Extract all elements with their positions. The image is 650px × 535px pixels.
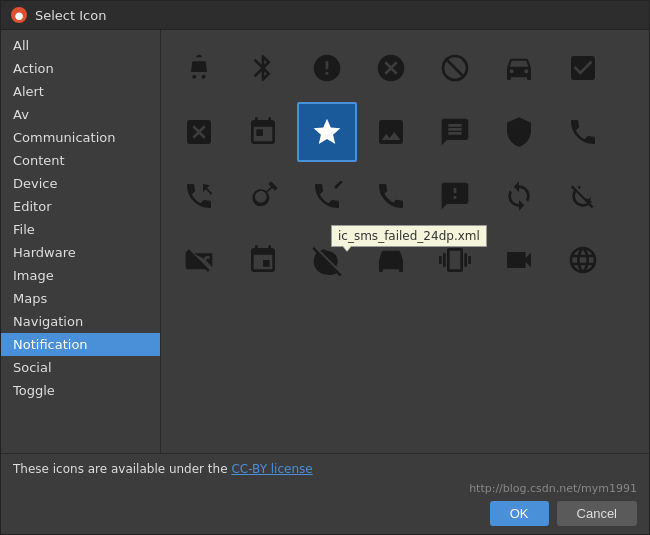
cancel-button[interactable]: Cancel: [557, 501, 637, 526]
svg-line-1: [446, 59, 465, 78]
sidebar-item-toggle[interactable]: Toggle: [1, 379, 160, 402]
icon-cell[interactable]: [425, 38, 485, 98]
icon-cell[interactable]: [489, 38, 549, 98]
sidebar-item-social[interactable]: Social: [1, 356, 160, 379]
sidebar-item-notification[interactable]: Notification: [1, 333, 160, 356]
sidebar-item-content[interactable]: Content: [1, 149, 160, 172]
license-prefix: These icons are available under the: [13, 462, 231, 476]
sidebar-item-image[interactable]: Image: [1, 264, 160, 287]
icon-cell[interactable]: [425, 230, 485, 290]
icon-cell[interactable]: [553, 230, 613, 290]
icon-cell[interactable]: [169, 230, 229, 290]
sidebar-item-navigation[interactable]: Navigation: [1, 310, 160, 333]
icon-grid: [169, 38, 641, 290]
icon-cell[interactable]: [297, 102, 357, 162]
sidebar-item-hardware[interactable]: Hardware: [1, 241, 160, 264]
dialog-content: AllActionAlertAvCommunicationContentDevi…: [1, 30, 649, 453]
icon-cell[interactable]: [169, 166, 229, 226]
button-row: OK Cancel: [13, 501, 637, 526]
icon-cell[interactable]: [169, 38, 229, 98]
icon-cell[interactable]: [489, 230, 549, 290]
icon-cell[interactable]: [553, 38, 613, 98]
svg-line-2: [335, 181, 342, 188]
sidebar-item-editor[interactable]: Editor: [1, 195, 160, 218]
icon-cell[interactable]: [553, 102, 613, 162]
sidebar-item-all[interactable]: All: [1, 34, 160, 57]
icon-cell[interactable]: [297, 38, 357, 98]
sidebar-item-alert[interactable]: Alert: [1, 80, 160, 103]
sidebar-item-action[interactable]: Action: [1, 57, 160, 80]
title-bar: ● Select Icon: [1, 1, 649, 30]
sidebar-item-av[interactable]: Av: [1, 103, 160, 126]
icon-cell[interactable]: [361, 102, 421, 162]
sidebar-item-file[interactable]: File: [1, 218, 160, 241]
watermark-text: http://blog.csdn.net/mym1991: [13, 482, 637, 495]
ok-button[interactable]: OK: [490, 501, 549, 526]
dialog-footer: These icons are available under the CC-B…: [1, 453, 649, 534]
sidebar-item-communication[interactable]: Communication: [1, 126, 160, 149]
icon-cell[interactable]: [489, 166, 549, 226]
license-text: These icons are available under the CC-B…: [13, 462, 637, 476]
icon-cell[interactable]: [233, 102, 293, 162]
icon-cell[interactable]: [489, 102, 549, 162]
icon-cell[interactable]: [233, 230, 293, 290]
icon-cell[interactable]: [361, 166, 421, 226]
dialog-title: Select Icon: [35, 8, 106, 23]
icon-cell[interactable]: [361, 38, 421, 98]
title-bar-icon: ●: [11, 7, 27, 23]
sidebar-item-device[interactable]: Device: [1, 172, 160, 195]
category-sidebar: AllActionAlertAvCommunicationContentDevi…: [1, 30, 161, 453]
icon-cell[interactable]: [233, 166, 293, 226]
icon-cell[interactable]: [553, 166, 613, 226]
icon-cell[interactable]: [169, 102, 229, 162]
license-link[interactable]: CC-BY license: [231, 462, 312, 476]
icon-cell[interactable]: [233, 38, 293, 98]
icon-cell[interactable]: [361, 230, 421, 290]
icon-cell[interactable]: [297, 166, 357, 226]
icon-grid-area: ic_sms_failed_24dp.xml: [161, 30, 649, 453]
icon-cell[interactable]: [297, 230, 357, 290]
icon-cell[interactable]: [425, 102, 485, 162]
icon-cell[interactable]: [425, 166, 485, 226]
sidebar-item-maps[interactable]: Maps: [1, 287, 160, 310]
select-icon-dialog: ● Select Icon AllActionAlertAvCommunicat…: [0, 0, 650, 535]
